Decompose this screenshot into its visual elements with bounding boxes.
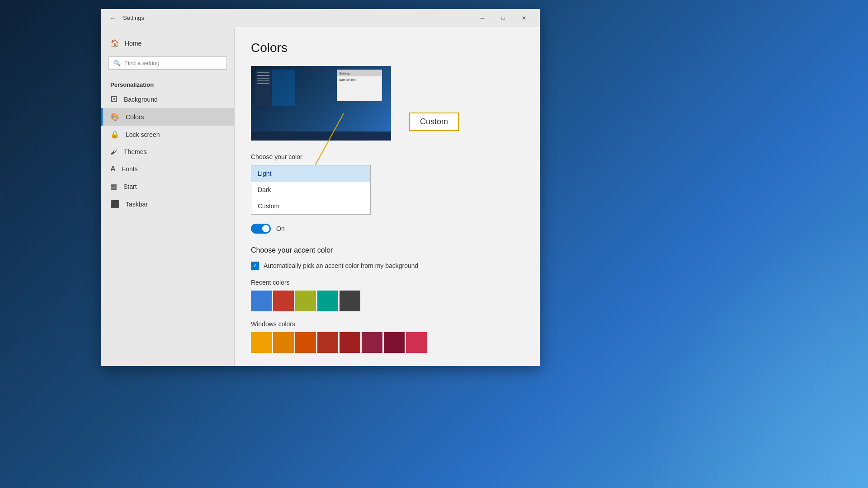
- sidebar-item-themes[interactable]: 🖌 Themes: [101, 143, 234, 160]
- toggle-label: On: [276, 225, 285, 232]
- sidebar-item-label: Lock screen: [126, 131, 160, 138]
- sidebar-item-start[interactable]: ▦ Start: [101, 178, 234, 195]
- window-title: Settings: [123, 14, 144, 21]
- windows-colors-label: Windows colors: [251, 320, 524, 328]
- minimize-button[interactable]: ─: [472, 9, 493, 27]
- sidebar-section-label: Personalization: [101, 77, 234, 91]
- preview-line: [257, 78, 269, 79]
- recent-colors-label: Recent colors: [251, 279, 524, 286]
- preview-inner: Settings Sample Text: [251, 66, 391, 141]
- themes-icon: 🖌: [110, 148, 118, 156]
- sidebar-item-background[interactable]: 🖼 Background: [101, 91, 234, 108]
- window-content: 🏠 Home 🔍 Personalization 🖼 Background 🎨 …: [101, 27, 540, 366]
- color-swatch[interactable]: [295, 332, 316, 353]
- check-icon: ✓: [253, 263, 257, 269]
- close-button[interactable]: ✕: [514, 9, 534, 27]
- auto-accent-label: Automatically pick an accent color from …: [264, 262, 418, 269]
- sidebar-item-taskbar[interactable]: ⬛ Taskbar: [101, 195, 234, 213]
- colors-icon: 🎨: [110, 113, 119, 121]
- color-swatch[interactable]: [384, 332, 405, 353]
- sidebar-item-label: Start: [123, 183, 137, 190]
- auto-accent-row: ✓ Automatically pick an accent color fro…: [251, 262, 524, 270]
- color-swatch[interactable]: [251, 291, 272, 311]
- sidebar-item-colors[interactable]: 🎨 Colors: [101, 108, 234, 126]
- main-content: Colors Settings: [235, 27, 540, 366]
- window-controls: ─ □ ✕: [472, 9, 534, 27]
- dropdown-option-custom[interactable]: Custom: [251, 198, 370, 214]
- preview-line: [257, 83, 269, 84]
- color-dropdown[interactable]: Light Dark Custom: [251, 165, 371, 215]
- search-input[interactable]: [124, 60, 222, 66]
- background-icon: 🖼: [110, 95, 118, 103]
- desktop-light-effect: [642, 217, 868, 488]
- auto-accent-checkbox[interactable]: ✓: [251, 262, 259, 270]
- preview-line: [257, 80, 269, 81]
- color-preview-area: Settings Sample Text Custom: [251, 66, 391, 141]
- color-swatch[interactable]: [273, 332, 294, 353]
- dropdown-option-light[interactable]: Light: [251, 165, 370, 182]
- sidebar-item-label: Taskbar: [126, 201, 148, 208]
- start-icon: ▦: [110, 182, 117, 191]
- preview-line: [257, 75, 269, 76]
- color-swatch[interactable]: [317, 332, 338, 353]
- lock-screen-icon: 🔒: [110, 130, 119, 139]
- preview-line: [257, 72, 269, 73]
- preview-sidebar: [255, 70, 271, 106]
- sidebar-item-label: Fonts: [122, 165, 138, 173]
- sidebar-home-label: Home: [125, 40, 142, 47]
- color-swatch[interactable]: [340, 332, 360, 353]
- sidebar: 🏠 Home 🔍 Personalization 🖼 Background 🎨 …: [101, 27, 235, 366]
- color-swatch[interactable]: [340, 291, 360, 311]
- color-swatch[interactable]: [362, 332, 382, 353]
- toggle-row: On: [251, 224, 524, 234]
- windows-colors-row: [251, 332, 524, 353]
- preview-window-titlebar: Settings: [337, 70, 382, 76]
- page-title: Colors: [251, 41, 524, 55]
- preview-accent-bar: [272, 70, 295, 106]
- maximize-button[interactable]: □: [493, 9, 514, 27]
- sidebar-item-label: Themes: [124, 148, 147, 155]
- dropdown-option-dark[interactable]: Dark: [251, 182, 370, 198]
- preview-taskbar: [251, 131, 391, 141]
- color-swatch[interactable]: [317, 291, 338, 311]
- preview-window: Settings Sample Text: [337, 70, 382, 101]
- accent-section-title: Choose your accent color: [251, 246, 524, 254]
- custom-badge: Custom: [409, 113, 459, 131]
- settings-window: ← Settings ─ □ ✕ 🏠 Home 🔍 P: [101, 9, 540, 366]
- color-swatch[interactable]: [251, 332, 272, 353]
- choose-color-label: Choose your color: [251, 153, 524, 160]
- color-swatch[interactable]: [295, 291, 316, 311]
- preview-sample-text: Sample Text: [337, 76, 382, 83]
- toggle-knob: [262, 225, 269, 232]
- color-swatch[interactable]: [273, 291, 294, 311]
- sidebar-item-fonts[interactable]: A Fonts: [101, 160, 234, 178]
- sidebar-item-label: Background: [124, 96, 158, 103]
- dropdown-list: Light Dark Custom: [251, 165, 371, 215]
- sidebar-item-home[interactable]: 🏠 Home: [101, 34, 234, 52]
- sidebar-item-label: Colors: [126, 113, 144, 121]
- recent-colors-row: [251, 291, 524, 311]
- taskbar-icon: ⬛: [110, 200, 119, 208]
- search-box[interactable]: 🔍: [108, 56, 227, 70]
- toggle-switch[interactable]: [251, 224, 271, 234]
- search-icon: 🔍: [113, 60, 121, 66]
- titlebar: ← Settings ─ □ ✕: [101, 9, 540, 27]
- color-swatch[interactable]: [406, 332, 427, 353]
- home-icon: 🏠: [110, 39, 119, 47]
- sidebar-item-lock-screen[interactable]: 🔒 Lock screen: [101, 126, 234, 143]
- fonts-icon: A: [110, 165, 116, 173]
- back-button[interactable]: ←: [107, 12, 119, 24]
